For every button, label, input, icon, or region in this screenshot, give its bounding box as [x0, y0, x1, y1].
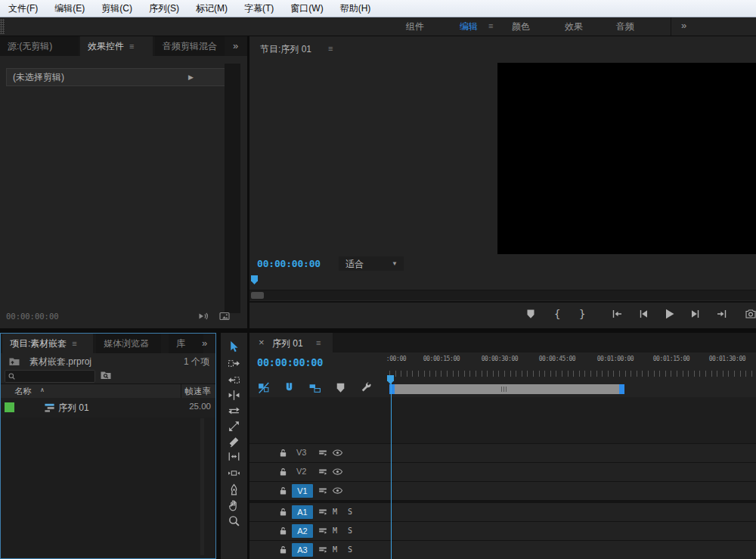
program-scrollbar-thumb[interactable] — [251, 292, 264, 299]
workspace-overflow-chevron[interactable]: » — [681, 20, 686, 31]
column-name[interactable]: 名称 — [14, 386, 32, 397]
add-marker-icon[interactable] — [525, 308, 537, 320]
menu-help[interactable]: 帮助(H) — [332, 1, 380, 17]
timeline-timecode[interactable]: 00:00:00:00 — [257, 356, 323, 368]
mute-button[interactable]: M — [333, 508, 337, 516]
program-timecode[interactable]: 00:00:00:00 — [257, 258, 321, 269]
go-to-out-icon[interactable] — [716, 308, 728, 320]
export-frame-camera-icon[interactable] — [745, 308, 756, 320]
track-row-v3[interactable]: V3 — [249, 443, 756, 462]
track-lock-icon[interactable] — [278, 448, 288, 458]
program-playhead-marker[interactable] — [251, 275, 258, 284]
pen-tool[interactable] — [228, 483, 240, 496]
project-menu-icon[interactable]: ≡ — [72, 339, 76, 348]
snap-icon[interactable] — [283, 381, 296, 394]
menu-clip[interactable]: 剪辑(C) — [93, 1, 141, 17]
mark-out-icon[interactable]: } — [579, 308, 585, 320]
workspace-tab-color[interactable]: 颜色 — [512, 20, 530, 33]
track-target-badge[interactable]: V1 — [292, 484, 313, 498]
panel-overflow-chevron[interactable]: » — [233, 40, 238, 51]
track-row-a2[interactable]: A2 M S — [249, 521, 756, 540]
workspace-tab-assembly[interactable]: 组件 — [406, 20, 424, 33]
slip-tool[interactable] — [228, 450, 240, 463]
track-row-a3[interactable]: A3 M S — [249, 540, 756, 559]
insert-nest-sequence-icon[interactable] — [257, 381, 270, 394]
mute-button[interactable]: M — [333, 526, 337, 535]
project-overflow-chevron[interactable]: » — [202, 337, 207, 349]
timeline-menu-icon[interactable]: ≡ — [316, 338, 321, 347]
play-audio-icon[interactable] — [197, 310, 209, 322]
menu-markers[interactable]: 标记(M) — [187, 1, 236, 17]
workspace-tab-editing[interactable]: 编辑 — [460, 20, 478, 33]
selection-tool[interactable] — [228, 340, 240, 353]
project-scrollbar[interactable] — [200, 418, 204, 555]
track-output-eye-icon[interactable] — [332, 447, 343, 458]
sync-lock-icon[interactable] — [318, 448, 328, 458]
mute-button[interactable]: M — [333, 545, 337, 554]
menu-file[interactable]: 文件(F) — [0, 1, 46, 17]
zoom-tool[interactable] — [228, 514, 240, 527]
label-color-swatch[interactable] — [5, 402, 14, 412]
timeline-playhead-line[interactable] — [391, 375, 392, 559]
project-search-input[interactable] — [5, 370, 95, 383]
tab-project[interactable]: 项目:素材嵌套≡ — [2, 334, 93, 353]
menu-sequence[interactable]: 序列(S) — [141, 1, 187, 17]
timeline-sequence-tab[interactable]: × 序列 01 ≡ — [249, 333, 333, 352]
export-frame-icon[interactable] — [218, 310, 231, 322]
tab-libraries[interactable]: 库 — [169, 334, 203, 353]
workspace-tab-audio[interactable]: 音频 — [616, 20, 634, 33]
razor-tool[interactable] — [228, 435, 240, 448]
sync-lock-icon[interactable] — [318, 467, 328, 477]
track-lock-icon[interactable] — [278, 545, 288, 554]
track-select-forward-tool[interactable] — [228, 357, 240, 370]
folder-up-icon[interactable] — [8, 356, 20, 368]
step-forward-icon[interactable] — [689, 308, 702, 320]
sync-lock-icon[interactable] — [318, 486, 328, 496]
program-monitor-menu-icon[interactable]: ≡ — [328, 44, 333, 53]
item-name[interactable]: 序列 01 — [58, 402, 89, 415]
sort-ascending-icon[interactable]: ∧ — [40, 387, 45, 393]
solo-button[interactable]: S — [348, 508, 352, 516]
column-framerate[interactable]: 帧速率 — [185, 386, 212, 397]
track-row-v2[interactable]: V2 — [249, 462, 756, 481]
zoom-level-dropdown[interactable]: 适合 ▼ — [339, 256, 404, 271]
track-lock-icon[interactable] — [278, 486, 288, 495]
tab-audio-clip-mixer[interactable]: 音频剪辑混合 — [155, 36, 225, 56]
track-output-eye-icon[interactable] — [332, 485, 343, 496]
track-lock-icon[interactable] — [278, 507, 288, 517]
workspace-menu-icon[interactable]: ≡ — [488, 21, 493, 30]
sync-lock-icon[interactable] — [318, 545, 328, 555]
panel-menu-icon[interactable]: ≡ — [129, 42, 134, 51]
track-row-a1[interactable]: A1 M S — [249, 502, 756, 521]
program-mini-timeline[interactable] — [249, 275, 756, 290]
rate-stretch-tool[interactable] — [228, 420, 240, 433]
go-to-in-icon[interactable] — [611, 308, 623, 320]
track-lock-icon[interactable] — [278, 526, 288, 536]
mark-in-icon[interactable]: { — [554, 308, 560, 320]
tab-media-browser[interactable]: 媒体浏览器 — [96, 334, 161, 353]
project-item-row[interactable]: 序列 01 25.00 — [1, 398, 215, 418]
ripple-edit-tool[interactable] — [228, 389, 240, 402]
menu-titles[interactable]: 字幕(T) — [236, 1, 282, 17]
no-clip-selected-row[interactable]: (未选择剪辑) ▶ — [6, 68, 226, 86]
solo-button[interactable]: S — [348, 526, 352, 535]
track-label[interactable]: V2 — [296, 467, 306, 476]
track-lock-icon[interactable] — [278, 467, 288, 477]
track-target-badge[interactable]: A2 — [292, 524, 313, 538]
timeline-add-marker-icon[interactable] — [334, 381, 347, 394]
track-target-badge[interactable]: A1 — [292, 505, 313, 519]
zoom-bar-grip[interactable] — [501, 387, 508, 392]
timeline-playhead-marker[interactable] — [387, 375, 394, 384]
linked-selection-icon[interactable] — [308, 381, 321, 394]
timeline-settings-wrench-icon[interactable] — [360, 381, 373, 394]
track-select-backward-tool[interactable] — [228, 374, 240, 387]
menu-window[interactable]: 窗口(W) — [282, 1, 331, 17]
tab-source-monitor[interactable]: 源:(无剪辑) — [0, 36, 79, 56]
sync-lock-icon[interactable] — [318, 526, 328, 536]
slide-tool[interactable] — [228, 467, 240, 480]
workspace-tab-effects[interactable]: 效果 — [565, 20, 583, 33]
tab-effect-controls[interactable]: 效果控件≡ — [80, 36, 153, 56]
timeline-zoom-scrollbar[interactable] — [389, 384, 624, 394]
menu-edit[interactable]: 编辑(E) — [46, 1, 93, 17]
step-back-icon[interactable] — [637, 308, 649, 320]
